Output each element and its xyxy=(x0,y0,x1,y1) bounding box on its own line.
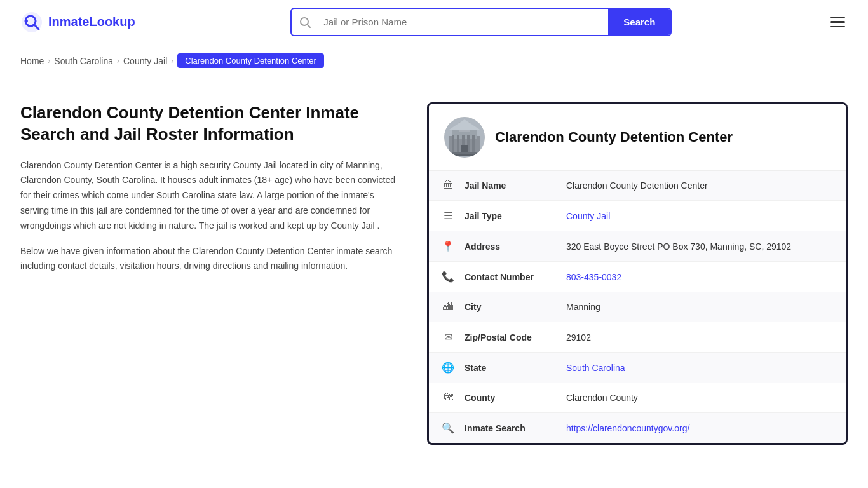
table-row: 🌐StateSouth Carolina xyxy=(429,353,846,383)
row-label: Inmate Search xyxy=(459,413,561,444)
chevron-icon: › xyxy=(117,57,119,65)
row-label: Address xyxy=(459,231,561,262)
row-link[interactable]: https://clarendoncountygov.org/ xyxy=(566,423,689,433)
table-row: 📞Contact Number803-435-0032 xyxy=(429,262,846,292)
description-1: Clarendon County Detention Center is a h… xyxy=(20,158,402,234)
table-row: ✉Zip/Postal Code29102 xyxy=(429,322,846,353)
search-icon xyxy=(292,10,318,34)
header: InmateLookup Search xyxy=(0,0,868,44)
card-header: Clarendon County Detention Center xyxy=(429,104,846,171)
row-icon: 🏙 xyxy=(429,292,459,322)
chevron-icon: › xyxy=(48,57,50,65)
table-row: 🏙CityManning xyxy=(429,292,846,322)
logo-text: InmateLookup xyxy=(48,15,135,29)
hamburger-menu[interactable] xyxy=(827,14,848,30)
svg-point-3 xyxy=(25,20,28,22)
svg-line-5 xyxy=(308,25,310,27)
row-icon: 🏛 xyxy=(429,171,459,201)
row-label: Jail Name xyxy=(459,171,561,201)
row-link[interactable]: 803-435-0032 xyxy=(566,272,621,282)
row-label: City xyxy=(459,292,561,322)
row-value[interactable]: South Carolina xyxy=(561,353,846,383)
row-icon: 📞 xyxy=(429,262,459,292)
row-label: Jail Type xyxy=(459,201,561,231)
row-label: Contact Number xyxy=(459,262,561,292)
search-wrapper: Search xyxy=(290,8,672,36)
table-row: 🗺CountyClarendon County xyxy=(429,383,846,413)
row-label: County xyxy=(459,383,561,413)
svg-rect-16 xyxy=(448,152,481,154)
svg-rect-14 xyxy=(472,135,475,152)
row-value: Clarendon County xyxy=(561,383,846,413)
row-value[interactable]: 803-435-0032 xyxy=(561,262,846,292)
row-label: Zip/Postal Code xyxy=(459,322,561,353)
search-input[interactable] xyxy=(318,10,608,34)
main-content: Clarendon County Detention Center Inmate… xyxy=(0,77,868,483)
logo[interactable]: InmateLookup xyxy=(20,11,135,34)
row-icon: ☰ xyxy=(429,201,459,231)
facility-name: Clarendon County Detention Center xyxy=(495,129,733,146)
table-row: 🔍Inmate Searchhttps://clarendoncountygov… xyxy=(429,413,846,444)
row-icon: 🗺 xyxy=(429,383,459,413)
chevron-icon: › xyxy=(171,57,173,65)
row-icon: ✉ xyxy=(429,322,459,353)
svg-rect-11 xyxy=(457,135,459,152)
search-button[interactable]: Search xyxy=(608,9,670,35)
row-icon: 🌐 xyxy=(429,353,459,383)
row-icon: 📍 xyxy=(429,231,459,262)
row-value: Clarendon County Detention Center xyxy=(561,171,846,201)
row-value: 320 East Boyce Street PO Box 730, Mannin… xyxy=(561,231,846,262)
row-link[interactable]: County Jail xyxy=(566,211,610,221)
right-panel: Clarendon County Detention Center 🏛Jail … xyxy=(427,102,848,445)
table-row: ☰Jail TypeCounty Jail xyxy=(429,201,846,231)
breadcrumb-home[interactable]: Home xyxy=(20,56,44,66)
row-value: Manning xyxy=(561,292,846,322)
table-row: 📍Address320 East Boyce Street PO Box 730… xyxy=(429,231,846,262)
page-title: Clarendon County Detention Center Inmate… xyxy=(20,102,402,146)
row-value[interactable]: County Jail xyxy=(561,201,846,231)
row-label: State xyxy=(459,353,561,383)
table-row: 🏛Jail NameClarendon County Detention Cen… xyxy=(429,171,846,201)
left-panel: Clarendon County Detention Center Inmate… xyxy=(20,102,427,445)
row-icon: 🔍 xyxy=(429,413,459,444)
search-area: Search xyxy=(290,8,672,36)
svg-rect-10 xyxy=(452,135,454,152)
breadcrumb-state[interactable]: South Carolina xyxy=(54,56,113,66)
description-2: Below we have given information about th… xyxy=(20,244,402,274)
logo-icon xyxy=(20,11,43,34)
svg-rect-17 xyxy=(447,154,482,156)
facility-image xyxy=(444,117,485,158)
svg-point-4 xyxy=(301,18,308,25)
breadcrumb: Home › South Carolina › County Jail › Cl… xyxy=(0,44,868,77)
breadcrumb-current: Clarendon County Detention Center xyxy=(177,53,324,68)
info-table: 🏛Jail NameClarendon County Detention Cen… xyxy=(429,171,846,443)
svg-rect-15 xyxy=(461,145,468,152)
row-value[interactable]: https://clarendoncountygov.org/ xyxy=(561,413,846,444)
info-card: Clarendon County Detention Center 🏛Jail … xyxy=(427,102,848,445)
breadcrumb-type[interactable]: County Jail xyxy=(123,56,167,66)
row-link[interactable]: South Carolina xyxy=(566,363,625,373)
row-value: 29102 xyxy=(561,322,846,353)
